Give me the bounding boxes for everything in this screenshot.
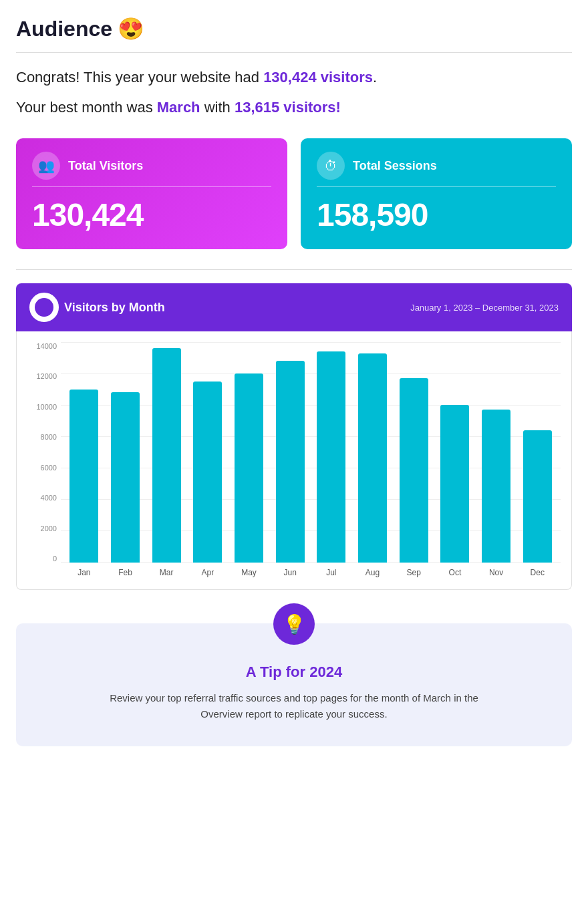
bar-col[interactable] — [352, 342, 394, 563]
bar-col[interactable] — [517, 342, 558, 563]
visitors-card-divider — [32, 186, 271, 187]
bar — [276, 361, 305, 563]
visitors-card-icon: 👥 — [32, 152, 60, 180]
bar — [523, 430, 552, 563]
best-month-visitors: 13,615 visitors! — [235, 99, 341, 116]
chart-title-wrap: Visitors by Month — [29, 293, 165, 322]
x-axis-label: Jul — [311, 564, 352, 583]
chart-plot: JanFebMarAprMayJunJulAugSepOctNovDec — [61, 342, 561, 583]
bar — [111, 392, 140, 563]
best-month-mid: with — [200, 99, 235, 116]
x-axis-label: Dec — [517, 564, 558, 583]
tip-wrapper: 💡 A Tip for 2024 Review your top referra… — [16, 623, 572, 746]
y-axis-label: 12000 — [27, 372, 61, 380]
bar — [235, 373, 263, 563]
bar-col[interactable] — [229, 342, 270, 563]
bar-col[interactable] — [105, 342, 146, 563]
bars-row — [61, 342, 561, 563]
y-axis-label: 14000 — [27, 342, 61, 350]
bar — [193, 382, 222, 563]
page-title-text: Audience — [16, 17, 112, 41]
y-axis-label: 8000 — [27, 433, 61, 441]
tip-section: 💡 A Tip for 2024 Review your top referra… — [16, 623, 572, 746]
x-axis-label: Nov — [476, 564, 517, 583]
tip-body: Review your top referral traffic sources… — [94, 690, 494, 722]
sessions-card-divider — [317, 186, 556, 187]
x-axis-label: Jun — [269, 564, 311, 583]
congrats-line: Congrats! This year your website had 130… — [16, 66, 572, 88]
y-axis-label: 0 — [27, 555, 61, 563]
bar — [69, 390, 98, 563]
bar-col[interactable] — [269, 342, 311, 563]
visitors-card-header: 👥 Total Visitors — [32, 152, 271, 180]
x-axis-label: Sep — [393, 564, 434, 583]
visitors-card: 👥 Total Visitors 130,424 — [16, 138, 287, 249]
congrats-prefix: Congrats! This year your website had — [16, 69, 263, 86]
x-axis-label: Mar — [146, 564, 187, 583]
bar — [400, 378, 428, 563]
chart-header: Visitors by Month January 1, 2023 – Dece… — [16, 283, 572, 331]
bar-col[interactable] — [311, 342, 352, 563]
y-axis-label: 10000 — [27, 403, 61, 411]
sessions-card: ⏱ Total Sessions 158,590 — [301, 138, 572, 249]
bar-col[interactable] — [393, 342, 434, 563]
mid-divider — [16, 269, 572, 270]
visitors-card-title: Total Visitors — [68, 159, 143, 173]
chart-title-icon — [29, 293, 59, 322]
tip-title: A Tip for 2024 — [43, 663, 545, 681]
top-divider — [16, 52, 572, 53]
bar — [358, 353, 387, 563]
chart-body: 02000400060008000100001200014000 JanFebM… — [16, 331, 572, 590]
chart-date-range: January 1, 2023 – December 31, 2023 — [410, 303, 559, 313]
bar — [482, 410, 510, 563]
y-axis-label: 2000 — [27, 524, 61, 533]
sessions-card-value: 158,590 — [317, 196, 556, 233]
x-axis-label: Aug — [352, 564, 394, 583]
sessions-card-header: ⏱ Total Sessions — [317, 152, 556, 180]
y-axis-label: 4000 — [27, 494, 61, 502]
x-axis-label: Apr — [187, 564, 229, 583]
y-axis: 02000400060008000100001200014000 — [27, 342, 61, 563]
chart-section: Visitors by Month January 1, 2023 – Dece… — [16, 283, 572, 590]
x-axis-label: Feb — [105, 564, 146, 583]
bar-col[interactable] — [187, 342, 229, 563]
chart-title: Visitors by Month — [64, 301, 165, 315]
x-axis-label: May — [229, 564, 270, 583]
bar-col[interactable] — [146, 342, 187, 563]
page-title-emoji: 😍 — [118, 16, 144, 41]
bar-col[interactable] — [63, 342, 105, 563]
bar — [440, 405, 469, 563]
y-axis-label: 6000 — [27, 464, 61, 472]
x-axis-label: Oct — [434, 564, 476, 583]
x-axis-label: Jan — [63, 564, 105, 583]
page-title: Audience 😍 — [16, 16, 572, 41]
tip-icon: 💡 — [273, 603, 315, 645]
visitors-card-value: 130,424 — [32, 196, 271, 233]
sessions-card-title: Total Sessions — [353, 159, 437, 173]
chart-icon-inner — [35, 298, 53, 317]
bar-chart: 02000400060008000100001200014000 JanFebM… — [27, 342, 561, 583]
sessions-card-icon: ⏱ — [317, 152, 345, 180]
bar-col[interactable] — [476, 342, 517, 563]
bar — [317, 351, 345, 563]
bar — [152, 348, 181, 563]
congrats-suffix: . — [373, 69, 377, 86]
best-month-line: Your best month was March with 13,615 vi… — [16, 96, 572, 118]
total-visitors-highlight: 130,424 visitors — [263, 69, 373, 86]
best-month-name: March — [157, 99, 200, 116]
stats-cards: 👥 Total Visitors 130,424 ⏱ Total Session… — [16, 138, 572, 249]
x-labels-row: JanFebMarAprMayJunJulAugSepOctNovDec — [61, 564, 561, 583]
best-month-prefix: Your best month was — [16, 99, 157, 116]
bar-col[interactable] — [434, 342, 476, 563]
